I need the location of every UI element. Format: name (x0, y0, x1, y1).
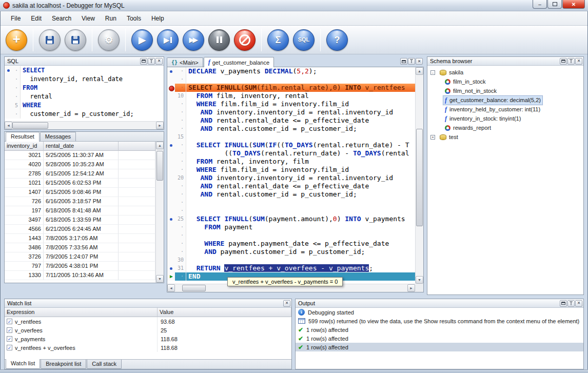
scrollbar-thumb[interactable] (156, 151, 163, 181)
tab-breakpoint-list[interactable]: Breakpoint list (41, 360, 86, 369)
output-row[interactable]: iDebugging started (296, 308, 583, 317)
table-row[interactable]: 37267/9/2005 1:24:07 PM (5, 252, 155, 262)
evaluate-button[interactable]: Σ (267, 29, 289, 51)
output-row[interactable]: ✔1 row(s) affected (296, 334, 583, 343)
column-header-value[interactable]: Value (158, 308, 291, 317)
table-row[interactable]: 45666/21/2005 6:24:45 AM (5, 225, 155, 234)
editor-vertical-scrollbar[interactable]: ▲ ▼ (415, 67, 423, 284)
scroll-down-icon[interactable]: ▼ (156, 275, 164, 283)
table-row[interactable]: 7977/9/2005 4:38:01 PM (5, 262, 155, 271)
sql-editor-button[interactable]: SQL (293, 29, 315, 51)
panel-minimize-button[interactable] (560, 58, 567, 65)
column-header-expression[interactable]: Expression (5, 308, 158, 317)
panel-close-button[interactable]: ✕ (575, 300, 582, 307)
schema-tree-item[interactable]: finventory_held_by_customer: int(11) (427, 105, 583, 114)
panel-close-button[interactable]: ✕ (155, 58, 163, 65)
scrollbar-thumb[interactable] (182, 285, 206, 291)
schema-tree-item[interactable]: rewards_report (427, 123, 583, 132)
tab-call-stack[interactable]: Call stack (87, 360, 122, 369)
tab-get-customer-balance[interactable]: f get_customer_balance (204, 57, 274, 67)
tab-messages[interactable]: Messages (40, 132, 76, 141)
scrollbar-thumb[interactable] (12, 122, 48, 129)
scroll-left-icon[interactable]: ◄ (167, 284, 175, 292)
panel-minimize-button[interactable] (400, 58, 407, 65)
panel-pin-button[interactable] (148, 58, 155, 65)
checkbox-checked-icon[interactable]: ✓ (7, 345, 12, 350)
sql-editor[interactable]: ·SELECT· inventory_id, rental_date·FROM·… (5, 66, 164, 121)
close-button[interactable]: ✕ (562, 0, 585, 9)
panel-close-button[interactable]: ✕ (416, 58, 423, 65)
output-row[interactable]: 599 row(s) returned (to view the data, u… (296, 317, 583, 325)
new-script-button[interactable]: + (6, 29, 27, 51)
panel-close-button[interactable]: ✕ (283, 300, 290, 307)
collapse-icon[interactable]: - (430, 70, 435, 75)
menu-edit[interactable]: Edit (26, 13, 47, 24)
options-button[interactable]: ⚙ (98, 29, 120, 51)
step-over-button[interactable]: ▶ (157, 29, 179, 51)
menu-run[interactable]: Run (100, 13, 122, 24)
table-row[interactable]: 7266/16/2005 3:18:57 PM (5, 197, 155, 206)
help-button[interactable]: ? (326, 29, 348, 51)
table-row[interactable]: 30215/25/2005 11:30:37 AM (5, 151, 155, 160)
schema-tree-item[interactable]: +test (427, 132, 583, 142)
scroll-right-icon[interactable]: ► (156, 122, 164, 129)
pause-button[interactable] (208, 29, 230, 51)
expand-icon[interactable]: + (430, 135, 435, 140)
output-row[interactable]: ✔1 row(s) affected (296, 325, 583, 334)
panel-pin-button[interactable] (567, 300, 575, 307)
tab-main[interactable]: {} <Main> (167, 57, 203, 67)
watch-row[interactable]: ✓v_overfees25 (5, 326, 291, 335)
scroll-left-icon[interactable]: ◄ (5, 122, 12, 129)
code-editor[interactable]: ·DECLARE v_payments DECIMAL(5,2);··SELEC… (167, 67, 415, 284)
checkbox-checked-icon[interactable]: ✓ (7, 336, 12, 342)
breakpoint-icon[interactable] (167, 84, 175, 92)
menu-search[interactable]: Search (47, 13, 76, 24)
output-row[interactable]: ✔1 row(s) affected (296, 343, 583, 351)
tab-resultset[interactable]: Resultset (6, 132, 40, 142)
watch-row[interactable]: ✓v_rentfees93.68 (5, 317, 291, 326)
table-row[interactable]: 13307/11/2005 10:13:46 AM (5, 271, 155, 280)
scroll-up-icon[interactable]: ▲ (156, 142, 164, 149)
panel-close-button[interactable]: ✕ (575, 58, 582, 65)
tab-watch-list[interactable]: Watch list (6, 359, 40, 369)
maximize-button[interactable] (547, 0, 562, 9)
table-row[interactable]: 34867/8/2005 7:33:56 AM (5, 243, 155, 252)
schema-tree-item[interactable]: -sakila (427, 68, 583, 77)
scroll-right-icon[interactable]: ► (407, 284, 415, 292)
schema-tree-item[interactable]: film_in_stock (427, 77, 583, 86)
menu-help[interactable]: Help (146, 13, 169, 24)
panel-minimize-button[interactable] (140, 58, 147, 65)
watch-row[interactable]: ✓v_rentfees + v_overfees118.68 (5, 343, 291, 352)
scroll-up-icon[interactable]: ▲ (416, 67, 423, 75)
run-to-cursor-button[interactable]: ▶▶ (183, 29, 204, 51)
panel-pin-button[interactable] (567, 58, 575, 65)
menu-view[interactable]: View (76, 13, 100, 24)
resultset-vertical-scrollbar[interactable]: ▲ ▼ (155, 142, 164, 283)
table-row[interactable]: 14076/15/2005 9:08:46 PM (5, 188, 155, 197)
scroll-down-icon[interactable]: ▼ (416, 276, 423, 284)
table-row[interactable]: 10216/15/2005 6:02:53 PM (5, 179, 155, 188)
table-row[interactable]: 14437/8/2005 3:17:05 AM (5, 234, 155, 243)
table-row[interactable]: 34976/18/2005 1:33:59 PM (5, 215, 155, 225)
table-row[interactable]: 1976/18/2005 8:41:48 AM (5, 206, 155, 215)
menu-file[interactable]: File (6, 13, 26, 24)
panel-pin-button[interactable] (408, 58, 415, 65)
menu-tools[interactable]: Tools (122, 13, 146, 24)
checkbox-checked-icon[interactable]: ✓ (7, 327, 12, 333)
schema-tree-item[interactable]: film_not_in_stock (427, 86, 583, 95)
panel-minimize-button[interactable] (560, 300, 567, 307)
schema-tree-item[interactable]: finventory_in_stock: tinyint(1) (427, 114, 583, 123)
schema-tree-item[interactable]: fget_customer_balance: decimal(5,2) (427, 95, 583, 105)
watch-row[interactable]: ✓v_payments118.68 (5, 335, 291, 343)
run-button[interactable]: ▶ (131, 29, 153, 51)
table-row[interactable]: 40205/28/2005 10:35:23 AM (5, 160, 155, 169)
save-button[interactable] (39, 29, 61, 51)
sql-horizontal-scrollbar[interactable]: ◄ ► (5, 121, 164, 129)
minimize-button[interactable]: – (533, 0, 547, 9)
column-header-rental-date[interactable]: rental_date (44, 142, 119, 151)
column-header-inventory-id[interactable]: inventory_id (5, 142, 44, 151)
table-row[interactable]: 27856/15/2005 12:54:12 AM (5, 169, 155, 179)
stop-button[interactable] (234, 29, 256, 51)
checkbox-checked-icon[interactable]: ✓ (7, 319, 12, 324)
save-all-button[interactable] (65, 29, 86, 51)
